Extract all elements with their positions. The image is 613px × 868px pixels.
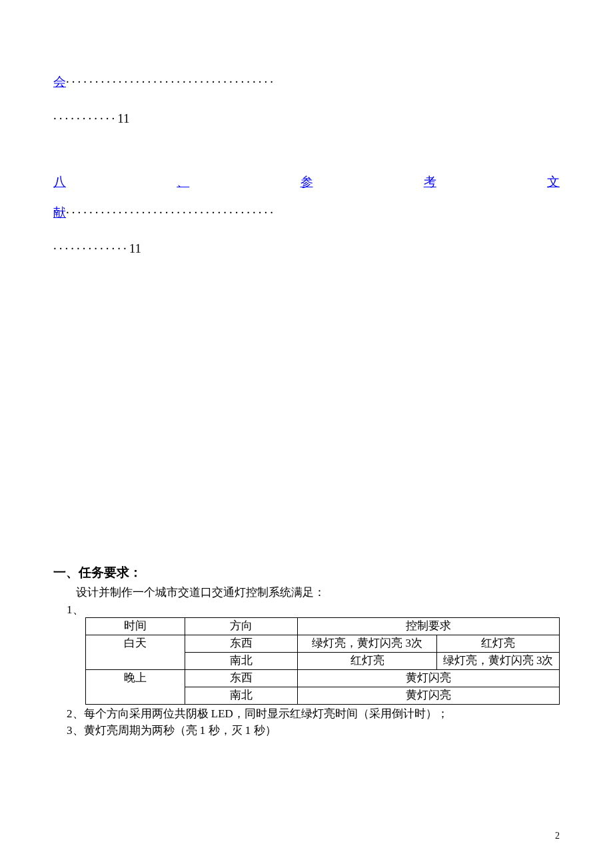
toc-item-8-line3: ·············11 — [53, 227, 560, 271]
cell-day: 白天 — [86, 635, 185, 669]
table-row: 白天 东西 绿灯亮，黄灯闪亮 3次 红灯亮 — [86, 635, 560, 652]
th-control: 控制要求 — [298, 617, 560, 635]
list-item-1-number: 1、 — [53, 602, 560, 617]
toc-link-8-c4[interactable]: 考 — [424, 167, 436, 197]
cell-red: 红灯亮 — [298, 652, 437, 669]
toc-item-8-line2: 献···································· — [53, 197, 560, 228]
requirements-table: 时间 方向 控制要求 白天 东西 绿灯亮，黄灯闪亮 3次 红灯亮 南北 红灯亮 … — [85, 617, 560, 705]
toc-dots: ···································· — [66, 75, 276, 89]
blank-spacer — [53, 271, 560, 564]
cell-yellow-flash: 黄灯闪亮 — [298, 669, 560, 687]
toc-link-8-c1[interactable]: 八 — [53, 167, 66, 197]
cell-night: 晚上 — [86, 669, 185, 704]
list-item-2: 2、每个方向采用两位共阴极 LED，同时显示红绿灯亮时间（采用倒计时）； — [53, 706, 560, 721]
toc-item-8-line1: 八 、 参 考 文 — [53, 167, 560, 197]
section-1-intro: 设计并制作一个城市交道口交通灯控制系统满足： — [53, 585, 560, 600]
cell-yellow-flash: 黄灯闪亮 — [298, 687, 560, 704]
toc-item-7-line1: 会···································· — [53, 67, 560, 97]
toc-dots: ··········· — [53, 111, 117, 125]
cell-ns: 南北 — [185, 687, 298, 704]
th-direction: 方向 — [185, 617, 298, 635]
toc-link-8-c5[interactable]: 文 — [547, 167, 560, 197]
th-time: 时间 — [86, 617, 185, 635]
table-row: 晚上 东西 黄灯闪亮 — [86, 669, 560, 687]
toc-dots: ············· — [53, 241, 129, 255]
toc-link-8-fragment2[interactable]: 献 — [53, 205, 66, 219]
table-row: 时间 方向 控制要求 — [86, 617, 560, 635]
cell-green-yellow: 绿灯亮，黄灯闪亮 3次 — [298, 635, 437, 652]
toc-dots: ···································· — [66, 205, 276, 219]
list-item-3: 3、黄灯亮周期为两秒（亮 1 秒，灭 1 秒） — [53, 723, 560, 738]
toc-link-7-fragment[interactable]: 会 — [53, 75, 66, 89]
toc-item-7-line2: ···········11 — [53, 97, 560, 141]
toc-link-8-c2[interactable]: 、 — [177, 167, 189, 197]
section-1-heading: 一、任务要求： — [53, 564, 560, 581]
cell-red: 红灯亮 — [437, 635, 560, 652]
cell-ew: 东西 — [185, 669, 298, 687]
cell-ew: 东西 — [185, 635, 298, 652]
cell-green-yellow: 绿灯亮，黄灯闪亮 3次 — [437, 652, 560, 669]
toc-link-8-c3[interactable]: 参 — [301, 167, 313, 197]
cell-ns: 南北 — [185, 652, 298, 669]
document-page: 会···································· ··… — [0, 0, 613, 868]
toc-page-8: 11 — [129, 241, 141, 255]
page-number: 2 — [555, 831, 560, 841]
toc-page-7: 11 — [117, 111, 129, 125]
